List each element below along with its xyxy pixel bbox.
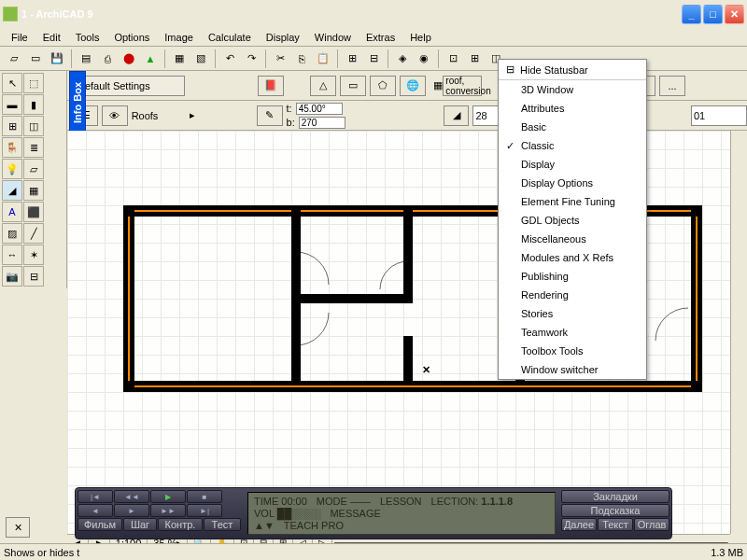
player-next-icon[interactable]: ►| — [187, 504, 222, 517]
player-prev-icon[interactable]: |◄ — [78, 490, 113, 503]
menu-item-miscellaneous[interactable]: Miscellaneous — [499, 230, 646, 248]
red-tool-icon[interactable]: ⬤ — [119, 49, 139, 69]
player-stop-icon[interactable]: ■ — [187, 490, 222, 503]
menu-item-display[interactable]: Display — [499, 155, 646, 174]
player-contr-button[interactable]: Контр. — [158, 518, 203, 531]
mesh-tool-icon[interactable]: ▦ — [23, 180, 44, 201]
marquee-tool-icon[interactable]: ⬚ — [23, 73, 44, 93]
menu-item-element-fine-tuning[interactable]: Element Fine Tuning — [499, 192, 646, 211]
print-icon[interactable]: ⎙ — [97, 49, 118, 69]
section-tool-icon[interactable]: ⊟ — [23, 266, 44, 287]
eraser-icon[interactable]: ◢ — [444, 105, 469, 126]
player-bookmarks-button[interactable]: Закладки — [561, 490, 669, 503]
menu-extras[interactable]: Extras — [359, 30, 402, 45]
copy-icon[interactable]: ⎘ — [291, 49, 312, 69]
player-text-button[interactable]: Текст — [598, 518, 633, 531]
tool-icon[interactable]: ▧ — [190, 49, 211, 69]
player-hint-button[interactable]: Подсказка — [561, 504, 669, 517]
close-button[interactable]: ✕ — [725, 5, 744, 24]
geometry-icon[interactable]: ▭ — [340, 76, 366, 96]
align-icon[interactable]: ⊞ — [342, 49, 362, 69]
menu-edit[interactable]: Edit — [35, 30, 68, 45]
pencil-icon[interactable]: ✎ — [257, 105, 282, 126]
menu-window[interactable]: Window — [307, 30, 359, 45]
redo-icon[interactable]: ↷ — [241, 49, 261, 69]
roof-label[interactable]: ▦ roof, conversion — [443, 76, 482, 96]
angle-t-input[interactable] — [296, 103, 343, 115]
book-icon[interactable]: 📕 — [258, 76, 284, 96]
hotspot-tool-icon[interactable]: ✶ — [23, 245, 44, 265]
green-tool-icon[interactable]: ▲ — [140, 49, 161, 69]
cut-icon[interactable]: ✂ — [270, 49, 290, 69]
text-tool-icon[interactable]: A — [2, 202, 22, 222]
player-test-button[interactable]: Тест — [204, 518, 241, 531]
vertical-scrollbar[interactable] — [730, 131, 747, 534]
player-ff-icon[interactable]: ►► — [150, 504, 186, 517]
player-rew-icon[interactable]: ◄◄ — [114, 490, 149, 503]
menu-item-3d-window[interactable]: 3D Window — [499, 80, 646, 99]
menu-tools[interactable]: Tools — [68, 30, 107, 45]
geometry-icon[interactable]: △ — [310, 76, 336, 96]
new-icon[interactable]: ▱ — [4, 49, 24, 69]
more-button[interactable]: ... — [659, 76, 685, 96]
player-step-button[interactable]: Шаг — [123, 518, 157, 531]
undo-icon[interactable]: ↶ — [219, 49, 240, 69]
menu-item-basic[interactable]: Basic — [499, 118, 646, 136]
roof-tool-icon[interactable]: ◢ — [2, 180, 22, 201]
geometry-icon[interactable]: ⬠ — [370, 76, 396, 96]
line-tool-icon[interactable]: ╱ — [23, 223, 44, 244]
tool-icon[interactable]: ▦ — [169, 49, 190, 69]
menu-item-display-options[interactable]: Display Options — [499, 174, 646, 192]
plotmaker-icon[interactable]: ▤ — [76, 49, 96, 69]
arrow-tool-icon[interactable]: ↖ — [2, 73, 22, 93]
tool-icon[interactable]: ⊞ — [464, 49, 485, 69]
minimize-button[interactable]: _ — [682, 5, 701, 24]
menu-file[interactable]: File — [4, 30, 35, 45]
open-icon[interactable]: ▭ — [25, 49, 46, 69]
player-back-icon[interactable]: ◄ — [78, 504, 113, 517]
menu-item-classic[interactable]: Classic — [499, 136, 646, 155]
menu-item-gdl-objects[interactable]: GDL Objects — [499, 211, 646, 230]
window-tool-icon[interactable]: ⊞ — [2, 116, 22, 136]
slab-tool-icon[interactable]: ▱ — [23, 159, 44, 179]
eye-icon[interactable]: 👁 — [102, 105, 127, 126]
menu-item-publishing[interactable]: Publishing — [499, 267, 646, 286]
player-film-button[interactable]: Фильм — [78, 518, 122, 531]
menu-item-toolbox-tools[interactable]: Toolbox Tools — [499, 342, 646, 360]
camera-tool-icon[interactable]: 📷 — [2, 266, 22, 287]
stair-tool-icon[interactable]: ≣ — [23, 137, 44, 158]
menu-item-modules-and-x-refs[interactable]: Modules and X Refs — [499, 248, 646, 267]
hatch-tool-icon[interactable]: ▨ — [2, 223, 22, 244]
dim-tool-icon[interactable]: ↔ — [2, 245, 22, 265]
menu-help[interactable]: Help — [402, 30, 439, 45]
3d-icon[interactable]: 🌐 — [400, 76, 426, 96]
object-tool-icon[interactable]: 🪑 — [2, 137, 22, 158]
menu-item-attributes[interactable]: Attributes — [499, 99, 646, 118]
save-icon[interactable]: 💾 — [47, 49, 67, 69]
door-tool-icon[interactable]: ◫ — [23, 116, 44, 136]
corner-x-button[interactable]: ✕ — [6, 517, 30, 538]
menu-hide-statusbar[interactable]: ⊟ Hide Statusbar — [499, 60, 646, 80]
menu-item-stories[interactable]: Stories — [499, 304, 646, 323]
num-input-2[interactable] — [691, 105, 747, 126]
menu-image[interactable]: Image — [157, 30, 201, 45]
angle-b-input[interactable] — [299, 117, 345, 129]
wall-tool-icon[interactable]: ▬ — [2, 94, 22, 115]
menu-display[interactable]: Display — [259, 30, 307, 45]
menu-calculate[interactable]: Calculate — [201, 30, 259, 45]
player-next-button[interactable]: Далее — [561, 518, 597, 531]
player-fwd-icon[interactable]: ► — [114, 504, 149, 517]
player-toc-button[interactable]: Оглав — [634, 518, 669, 531]
menu-item-teamwork[interactable]: Teamwork — [499, 323, 646, 342]
lamp-tool-icon[interactable]: 💡 — [2, 159, 22, 179]
tool-icon[interactable]: ⊡ — [443, 49, 463, 69]
menu-options[interactable]: Options — [106, 30, 157, 45]
infobox-tab[interactable]: Info Box — [69, 71, 86, 134]
menu-item-window-switcher[interactable]: Window switcher — [499, 360, 646, 379]
tool-icon[interactable]: ⊟ — [363, 49, 384, 69]
column-tool-icon[interactable]: ▮ — [23, 94, 44, 115]
zone-tool-icon[interactable]: ⬛ — [23, 202, 44, 222]
player-play-icon[interactable]: ▶ — [150, 490, 186, 503]
default-settings-button[interactable]: Default Settings — [73, 76, 185, 96]
maximize-button[interactable]: □ — [703, 5, 723, 24]
